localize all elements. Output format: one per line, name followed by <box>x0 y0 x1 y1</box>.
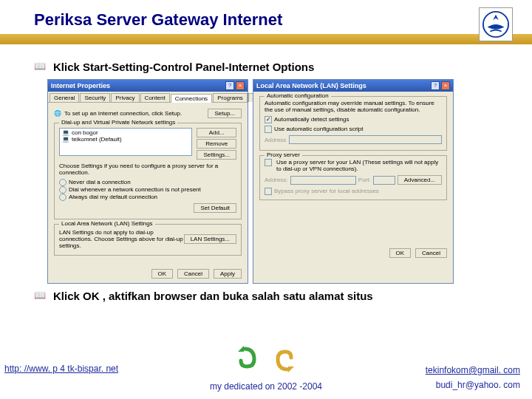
script-address-input[interactable] <box>289 135 442 144</box>
lan-settings-button[interactable]: LAN Settings... <box>184 234 236 244</box>
setup-hint: To set up an Internet connection, click … <box>64 110 182 117</box>
footer-dedication: my dedicated on 2002 -2004 <box>0 381 532 392</box>
radio-never[interactable]: Never dial a connection <box>59 179 236 186</box>
bullet-1-text: Klick Start-Setting-Control Panel-Intern… <box>53 61 314 73</box>
window-lan-settings: Local Area Network (LAN) Settings ? × Au… <box>253 79 454 284</box>
globe-icon: 🌐 <box>54 110 61 117</box>
ok-button[interactable]: OK <box>151 269 174 279</box>
connection-icon: 💻 <box>62 129 69 136</box>
group-lan-legend: Local Area Network (LAN) Settings <box>59 220 155 227</box>
connection-icon: 💻 <box>62 136 69 143</box>
connection-item-1[interactable]: 💻 con bogor <box>61 129 191 136</box>
group-auto-legend: Automatic configuration <box>265 92 331 99</box>
svg-marker-1 <box>238 346 244 352</box>
remove-button[interactable]: Remove <box>197 139 236 149</box>
tab-programs[interactable]: Programs <box>213 93 248 102</box>
proxy-address-input[interactable] <box>290 176 356 185</box>
tab-general[interactable]: General <box>50 93 79 102</box>
proxy-port-input[interactable] <box>373 176 395 185</box>
cancel-button[interactable]: Cancel <box>415 248 447 258</box>
swirl-icon <box>222 346 310 372</box>
choose-hint: Choose Settings if you need to configure… <box>59 163 236 176</box>
chk-bypass-label: Bypass proxy server for local addresses <box>274 188 379 194</box>
radio-whenever[interactable]: Dial whenever a network connection is no… <box>59 186 236 194</box>
connection-2-label: telkomnet (Default) <box>72 136 122 143</box>
bullet-1: 📖 Klick Start-Setting-Control Panel-Inte… <box>34 61 517 73</box>
titlebar: Local Area Network (LAN) Settings ? × <box>253 80 453 92</box>
radio-always-label: Always dial my default connection <box>69 194 157 200</box>
chk-autoscript-label: Use automatic configuration script <box>274 126 364 132</box>
help-button[interactable]: ? <box>431 81 440 90</box>
proxy-address-label: Address: <box>265 177 288 183</box>
close-button[interactable]: × <box>236 81 245 90</box>
bullet-2: 📖 Klick OK , aktifkan browser dan buka s… <box>34 290 517 302</box>
org-logo <box>479 7 513 41</box>
footer-url[interactable]: http: //www. p 4 tk-bispar. net <box>4 364 118 374</box>
help-button[interactable]: ? <box>225 81 234 90</box>
svg-marker-2 <box>288 366 294 372</box>
tab-connections[interactable]: Connections <box>171 94 212 103</box>
group-dialup-legend: Dial-up and Virtual Private Network sett… <box>59 119 177 126</box>
radio-whenever-label: Dial whenever a network connection is no… <box>69 186 201 193</box>
connection-1-label: con bogor <box>72 129 98 136</box>
lan-hint: LAN Settings do not apply to dial-up con… <box>59 229 184 249</box>
page-title: Periksa Server Gateway Internet <box>0 0 532 34</box>
cancel-button[interactable]: Cancel <box>177 269 209 279</box>
dialog-buttons: OK Cancel <box>253 244 453 262</box>
radio-always[interactable]: Always dial my default connection <box>59 194 236 201</box>
connection-item-2[interactable]: 💻 telkomnet (Default) <box>61 136 191 143</box>
setup-button[interactable]: Setup... <box>208 109 242 118</box>
settings-button[interactable]: Settings... <box>197 150 236 160</box>
window-title: Internet Properties <box>51 82 110 89</box>
tabs: General Security Privacy Content Connect… <box>48 92 248 103</box>
tab-security[interactable]: Security <box>80 93 110 102</box>
content-area: 📖 Klick Start-Setting-Control Panel-Inte… <box>0 50 532 302</box>
tab-content[interactable]: Content <box>140 93 170 102</box>
book-icon: 📖 <box>34 290 46 301</box>
apply-button[interactable]: Apply <box>214 269 242 279</box>
proxy-hint: Use a proxy server for your LAN (These s… <box>276 159 442 172</box>
radio-never-label: Never dial a connection <box>69 179 131 185</box>
window-internet-properties: Internet Properties ? × General Security… <box>47 79 248 284</box>
window-title: Local Area Network (LAN) Settings <box>256 82 366 89</box>
connections-pane: 🌐 To set up an Internet connection, clic… <box>48 103 248 265</box>
add-button[interactable]: Add... <box>197 128 236 137</box>
book-icon: 📖 <box>34 61 46 72</box>
screenshot-row: Internet Properties ? × General Security… <box>47 79 517 284</box>
bullet-2-text: Klick OK , aktifkan browser dan buka sal… <box>53 290 373 302</box>
chk-use-proxy[interactable]: Use a proxy server for your LAN (These s… <box>265 159 442 172</box>
chk-bypass[interactable]: Bypass proxy server for local addresses <box>265 188 442 195</box>
accent-bar <box>0 34 532 44</box>
chk-autoscript[interactable]: Use automatic configuration script <box>265 126 442 133</box>
titlebar: Internet Properties ? × <box>48 80 248 92</box>
group-proxy-legend: Proxy server <box>265 151 302 158</box>
set-default-button[interactable]: Set Default <box>194 203 236 213</box>
auto-hint: Automatic configuration may override man… <box>265 100 442 113</box>
chk-autodetect-label: Automatically detect settings <box>274 116 349 123</box>
tab-privacy[interactable]: Privacy <box>111 93 139 102</box>
footer-email-1[interactable]: tekinfokom@gmail. com <box>426 365 520 375</box>
lan-pane: Automatic configuration Automatic config… <box>253 92 453 244</box>
address-label: Address <box>265 137 286 143</box>
close-button[interactable]: × <box>441 81 450 90</box>
advanced-button[interactable]: Advanced... <box>398 175 442 185</box>
dialog-buttons: OK Cancel Apply <box>48 265 248 283</box>
chk-autodetect[interactable]: Automatically detect settings <box>265 116 442 123</box>
proxy-port-label: Port: <box>358 177 371 183</box>
ok-button[interactable]: OK <box>389 248 412 258</box>
